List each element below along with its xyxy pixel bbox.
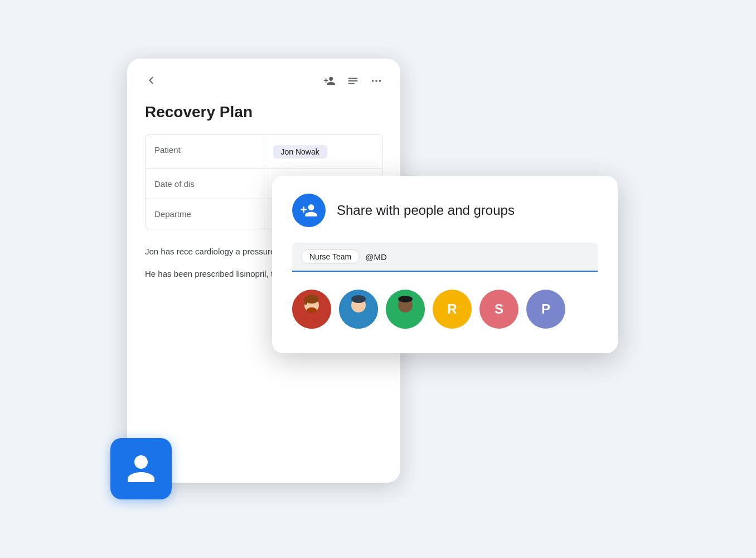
share-title: Share with people and groups <box>337 203 515 218</box>
avatar-s-label: S <box>495 301 503 317</box>
table-label-date: Date of dis <box>146 169 264 199</box>
nurse-team-chip[interactable]: Nurse Team <box>301 249 360 264</box>
table-value-patient: Jon Nowak <box>264 135 382 169</box>
avatar-p-label: P <box>541 301 550 317</box>
svg-point-2 <box>379 80 381 82</box>
share-input-area[interactable]: Nurse Team <box>292 243 598 272</box>
avatar-person1[interactable] <box>292 290 331 329</box>
table-row: Patient Jon Nowak <box>146 135 382 169</box>
avatars-row: R S P <box>292 287 598 331</box>
blue-icon-card <box>110 438 172 499</box>
share-dialog: Share with people and groups Nurse Team <box>272 176 618 353</box>
avatar-person3[interactable] <box>386 290 425 329</box>
svg-point-11 <box>351 295 366 303</box>
back-button[interactable] <box>145 74 157 90</box>
header-actions <box>323 75 382 90</box>
avatar-r[interactable]: R <box>433 290 472 329</box>
avatar-r-label: R <box>447 301 457 317</box>
patient-chip: Jon Nowak <box>273 145 327 158</box>
avatar-p[interactable]: P <box>526 290 565 329</box>
more-options-icon[interactable] <box>370 75 382 90</box>
avatar-person2[interactable] <box>339 290 378 329</box>
svg-point-15 <box>398 296 413 302</box>
share-header: Share with people and groups <box>292 194 598 227</box>
table-label-patient: Patient <box>146 135 264 169</box>
scene: Recovery Plan Patient Jon Nowak Date of … <box>127 42 629 516</box>
share-icon-circle <box>292 194 326 227</box>
share-text-input[interactable] <box>365 252 589 262</box>
svg-point-1 <box>375 80 377 82</box>
svg-rect-6 <box>304 299 307 305</box>
recovery-title: Recovery Plan <box>127 99 400 134</box>
notes-icon[interactable] <box>347 75 359 90</box>
svg-point-7 <box>307 307 317 313</box>
card-header <box>127 59 400 99</box>
table-label-dept: Departme <box>146 199 264 229</box>
svg-point-0 <box>372 80 374 82</box>
add-person-icon[interactable] <box>323 75 336 90</box>
avatar-s[interactable]: S <box>479 290 518 329</box>
